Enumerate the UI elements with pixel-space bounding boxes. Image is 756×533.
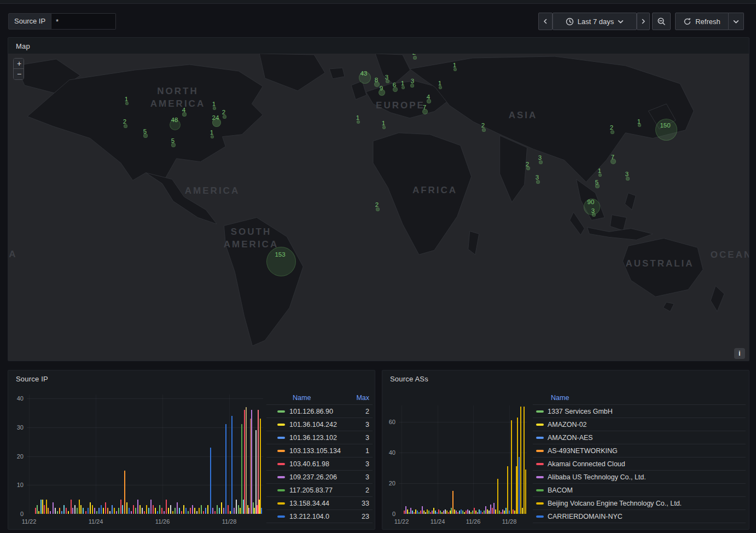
chart-bar: [261, 508, 262, 514]
chart-bar: [410, 508, 411, 514]
filter-value-input[interactable]: [51, 13, 116, 30]
legend-row[interactable]: AMAZON-02: [533, 418, 746, 431]
legend-row[interactable]: 13.212.104.023: [266, 509, 373, 523]
series-name: AS-493NETWORKING: [548, 447, 618, 455]
chart-bar: [422, 506, 423, 514]
source-as-panel-title: Source ASs: [390, 375, 428, 383]
chart-bar: [246, 407, 247, 514]
refresh-interval-dropdown[interactable]: [729, 13, 744, 30]
chart-bar: [409, 512, 410, 514]
chart-bar: [210, 448, 211, 514]
map-marker-count: 1: [212, 101, 216, 107]
map-marker-count: 1: [453, 62, 456, 68]
legend-row[interactable]: 117.205.83.772: [266, 483, 373, 496]
refresh-button[interactable]: Refresh: [675, 13, 729, 30]
refresh-icon: [683, 18, 691, 26]
chart-bar: [101, 505, 102, 514]
map-region-label: OCEAN: [711, 250, 749, 260]
legend-row[interactable]: Alibaba US Technology Co., Ltd.: [533, 470, 746, 483]
legend-row[interactable]: 101.36.104.2423: [266, 418, 373, 431]
legend-max-header[interactable]: Max: [356, 394, 369, 402]
time-shift-back-button[interactable]: [538, 13, 553, 30]
series-max-value: 1: [365, 447, 369, 455]
legend-name-header[interactable]: Name: [293, 394, 311, 402]
map-marker-count: 7: [611, 154, 614, 160]
legend-row[interactable]: 103.40.61.983: [266, 457, 373, 470]
chart-bar: [443, 511, 444, 514]
series-name: 1337 Services GmbH: [548, 408, 613, 415]
legend-row[interactable]: CENSYS-ARIN-01: [533, 523, 746, 527]
map-marker-count: 4: [182, 107, 185, 113]
legend-row[interactable]: CARRIERDOMAIN-NYC: [533, 509, 746, 523]
chart-bar: [192, 505, 193, 514]
world-map[interactable]: + − i NORTHAMERICAAMERICASOUTHAMERICAEUR…: [8, 54, 749, 361]
legend-name-header[interactable]: Name: [551, 394, 569, 402]
chart-bar: [507, 466, 508, 514]
chart-bar: [475, 511, 476, 514]
chart-bar: [415, 509, 416, 514]
map-zoom-out-button[interactable]: −: [14, 69, 24, 79]
chart-bar: [114, 508, 115, 514]
map-region-label: AFRICA: [412, 185, 457, 196]
y-gridline: [399, 422, 527, 422]
legend-row[interactable]: AMAZON-AES: [533, 431, 746, 444]
x-axis-tick-label: 11/28: [497, 518, 521, 525]
legend-row[interactable]: 101.36.123.1023: [266, 431, 373, 444]
chart-bar: [490, 505, 491, 514]
series-name: 101.36.104.242: [289, 421, 337, 428]
series-max-value: 3: [365, 421, 369, 428]
time-zoom-out-button[interactable]: [652, 13, 671, 30]
chart-bar: [499, 511, 500, 514]
x-axis-tick-label: 11/28: [217, 518, 241, 525]
map-marker-count: 1: [125, 96, 128, 102]
chart-bar: [417, 511, 418, 514]
chart-bar: [74, 505, 75, 514]
chart-bar: [435, 511, 436, 514]
chart-bar: [505, 508, 507, 514]
chart-bar: [199, 508, 200, 514]
chart-bar: [172, 511, 173, 514]
chart-bar: [118, 508, 119, 514]
map-marker[interactable]: [413, 56, 417, 60]
chart-bar: [131, 511, 132, 514]
chart-bar: [185, 508, 187, 514]
chart-bar: [258, 410, 259, 514]
legend-row[interactable]: 103.133.105.1341: [266, 444, 373, 457]
chart-bar: [430, 512, 431, 514]
y-gridline: [27, 456, 263, 457]
chart-bar: [205, 508, 206, 514]
series-name: Akamai Connected Cloud: [548, 460, 625, 468]
legend-row[interactable]: 13.43.175.2362: [266, 523, 373, 527]
series-name: 13.158.34.44: [289, 500, 329, 507]
legend-row[interactable]: AS-493NETWORKING: [533, 444, 746, 457]
legend-row[interactable]: BACOM: [533, 483, 746, 496]
chart-bar: [474, 508, 475, 514]
legend-row[interactable]: 1337 Services GmbH: [533, 404, 746, 418]
legend-row[interactable]: Akamai Connected Cloud: [533, 457, 746, 470]
legend-row[interactable]: 101.126.86.902: [266, 404, 373, 418]
chart-bar: [231, 416, 232, 514]
map-marker-count: 3: [536, 174, 539, 181]
series-color-dash: [277, 476, 285, 478]
series-name: 101.36.123.102: [289, 434, 337, 442]
chart-bar: [514, 511, 515, 514]
x-axis-tick-label: 11/24: [426, 518, 450, 525]
y-axis-tick-label: 30: [8, 424, 24, 431]
legend-row[interactable]: 13.158.34.4433: [266, 496, 373, 509]
series-color-dash: [536, 489, 544, 491]
time-shift-forward-button[interactable]: [637, 13, 650, 30]
chart-bar: [194, 508, 195, 514]
chart-bar: [509, 511, 510, 514]
map-marker-count: 6: [393, 82, 396, 88]
chart-bar: [139, 505, 141, 514]
chart-bar: [452, 491, 453, 514]
legend-row[interactable]: Beijing Volcano Engine Technology Co., L…: [533, 496, 746, 509]
chart-bar: [155, 508, 156, 514]
legend-row[interactable]: 109.237.26.2063: [266, 470, 373, 483]
time-range-picker[interactable]: Last 7 days: [553, 13, 637, 30]
map-region-label: EUROPE: [376, 100, 425, 111]
map-zoom-control: + −: [13, 58, 24, 80]
map-zoom-in-button[interactable]: +: [14, 59, 24, 69]
map-attribution-button[interactable]: i: [734, 348, 745, 359]
chart-bar: [83, 508, 84, 514]
